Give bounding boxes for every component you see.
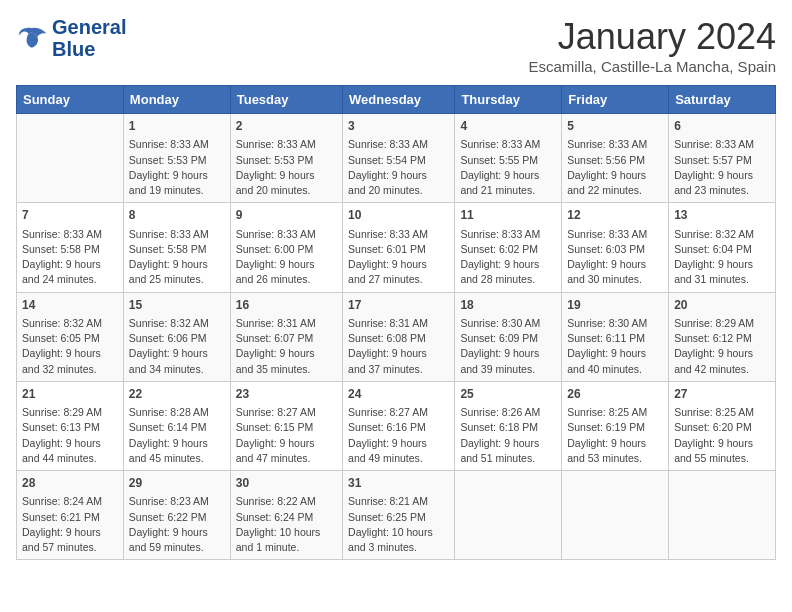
calendar-cell: 31Sunrise: 8:21 AMSunset: 6:25 PMDayligh…: [343, 471, 455, 560]
day-info: Sunrise: 8:31 AMSunset: 6:08 PMDaylight:…: [348, 316, 449, 377]
day-info: Sunrise: 8:33 AMSunset: 5:57 PMDaylight:…: [674, 137, 770, 198]
calendar-cell: 6Sunrise: 8:33 AMSunset: 5:57 PMDaylight…: [669, 114, 776, 203]
calendar-cell: 19Sunrise: 8:30 AMSunset: 6:11 PMDayligh…: [562, 292, 669, 381]
day-info: Sunrise: 8:33 AMSunset: 6:01 PMDaylight:…: [348, 227, 449, 288]
calendar-cell: 15Sunrise: 8:32 AMSunset: 6:06 PMDayligh…: [123, 292, 230, 381]
day-number: 23: [236, 386, 337, 403]
logo-icon: [16, 24, 48, 52]
calendar-row: 28Sunrise: 8:24 AMSunset: 6:21 PMDayligh…: [17, 471, 776, 560]
day-info: Sunrise: 8:33 AMSunset: 5:53 PMDaylight:…: [129, 137, 225, 198]
day-number: 21: [22, 386, 118, 403]
day-number: 10: [348, 207, 449, 224]
day-info: Sunrise: 8:30 AMSunset: 6:11 PMDaylight:…: [567, 316, 663, 377]
day-number: 6: [674, 118, 770, 135]
day-info: Sunrise: 8:32 AMSunset: 6:04 PMDaylight:…: [674, 227, 770, 288]
calendar-cell: 11Sunrise: 8:33 AMSunset: 6:02 PMDayligh…: [455, 203, 562, 292]
calendar-cell: 25Sunrise: 8:26 AMSunset: 6:18 PMDayligh…: [455, 381, 562, 470]
calendar-cell: 9Sunrise: 8:33 AMSunset: 6:00 PMDaylight…: [230, 203, 342, 292]
day-info: Sunrise: 8:33 AMSunset: 6:02 PMDaylight:…: [460, 227, 556, 288]
calendar-cell: [17, 114, 124, 203]
day-number: 11: [460, 207, 556, 224]
day-info: Sunrise: 8:33 AMSunset: 5:56 PMDaylight:…: [567, 137, 663, 198]
day-number: 20: [674, 297, 770, 314]
day-number: 3: [348, 118, 449, 135]
calendar-row: 21Sunrise: 8:29 AMSunset: 6:13 PMDayligh…: [17, 381, 776, 470]
day-info: Sunrise: 8:28 AMSunset: 6:14 PMDaylight:…: [129, 405, 225, 466]
day-info: Sunrise: 8:33 AMSunset: 6:03 PMDaylight:…: [567, 227, 663, 288]
day-number: 18: [460, 297, 556, 314]
calendar-cell: 30Sunrise: 8:22 AMSunset: 6:24 PMDayligh…: [230, 471, 342, 560]
calendar-cell: 13Sunrise: 8:32 AMSunset: 6:04 PMDayligh…: [669, 203, 776, 292]
day-info: Sunrise: 8:25 AMSunset: 6:20 PMDaylight:…: [674, 405, 770, 466]
weekday-header: Sunday: [17, 86, 124, 114]
day-number: 12: [567, 207, 663, 224]
calendar-cell: 12Sunrise: 8:33 AMSunset: 6:03 PMDayligh…: [562, 203, 669, 292]
weekday-header: Friday: [562, 86, 669, 114]
day-number: 19: [567, 297, 663, 314]
day-number: 28: [22, 475, 118, 492]
day-info: Sunrise: 8:27 AMSunset: 6:16 PMDaylight:…: [348, 405, 449, 466]
calendar-cell: 27Sunrise: 8:25 AMSunset: 6:20 PMDayligh…: [669, 381, 776, 470]
day-info: Sunrise: 8:24 AMSunset: 6:21 PMDaylight:…: [22, 494, 118, 555]
day-number: 27: [674, 386, 770, 403]
title-block: January 2024 Escamilla, Castille-La Manc…: [528, 16, 776, 75]
day-info: Sunrise: 8:33 AMSunset: 5:58 PMDaylight:…: [129, 227, 225, 288]
day-number: 14: [22, 297, 118, 314]
weekday-header: Thursday: [455, 86, 562, 114]
calendar-cell: 23Sunrise: 8:27 AMSunset: 6:15 PMDayligh…: [230, 381, 342, 470]
day-info: Sunrise: 8:33 AMSunset: 6:00 PMDaylight:…: [236, 227, 337, 288]
calendar-cell: 7Sunrise: 8:33 AMSunset: 5:58 PMDaylight…: [17, 203, 124, 292]
calendar-cell: 10Sunrise: 8:33 AMSunset: 6:01 PMDayligh…: [343, 203, 455, 292]
calendar-row: 1Sunrise: 8:33 AMSunset: 5:53 PMDaylight…: [17, 114, 776, 203]
calendar-cell: 8Sunrise: 8:33 AMSunset: 5:58 PMDaylight…: [123, 203, 230, 292]
calendar-cell: 18Sunrise: 8:30 AMSunset: 6:09 PMDayligh…: [455, 292, 562, 381]
calendar-cell: 2Sunrise: 8:33 AMSunset: 5:53 PMDaylight…: [230, 114, 342, 203]
day-number: 25: [460, 386, 556, 403]
month-title: January 2024: [528, 16, 776, 58]
day-info: Sunrise: 8:32 AMSunset: 6:06 PMDaylight:…: [129, 316, 225, 377]
calendar-cell: 5Sunrise: 8:33 AMSunset: 5:56 PMDaylight…: [562, 114, 669, 203]
day-info: Sunrise: 8:27 AMSunset: 6:15 PMDaylight:…: [236, 405, 337, 466]
day-info: Sunrise: 8:25 AMSunset: 6:19 PMDaylight:…: [567, 405, 663, 466]
logo-text: General Blue: [52, 16, 126, 60]
day-number: 30: [236, 475, 337, 492]
header-row: SundayMondayTuesdayWednesdayThursdayFrid…: [17, 86, 776, 114]
calendar-cell: 17Sunrise: 8:31 AMSunset: 6:08 PMDayligh…: [343, 292, 455, 381]
calendar-cell: 22Sunrise: 8:28 AMSunset: 6:14 PMDayligh…: [123, 381, 230, 470]
day-number: 15: [129, 297, 225, 314]
day-number: 9: [236, 207, 337, 224]
weekday-header: Tuesday: [230, 86, 342, 114]
calendar-cell: [455, 471, 562, 560]
calendar-cell: 28Sunrise: 8:24 AMSunset: 6:21 PMDayligh…: [17, 471, 124, 560]
calendar-cell: [669, 471, 776, 560]
day-info: Sunrise: 8:29 AMSunset: 6:13 PMDaylight:…: [22, 405, 118, 466]
weekday-header: Monday: [123, 86, 230, 114]
day-info: Sunrise: 8:32 AMSunset: 6:05 PMDaylight:…: [22, 316, 118, 377]
weekday-header: Saturday: [669, 86, 776, 114]
calendar-cell: 24Sunrise: 8:27 AMSunset: 6:16 PMDayligh…: [343, 381, 455, 470]
day-number: 4: [460, 118, 556, 135]
day-info: Sunrise: 8:33 AMSunset: 5:54 PMDaylight:…: [348, 137, 449, 198]
calendar-cell: 20Sunrise: 8:29 AMSunset: 6:12 PMDayligh…: [669, 292, 776, 381]
calendar-cell: 4Sunrise: 8:33 AMSunset: 5:55 PMDaylight…: [455, 114, 562, 203]
calendar-cell: 29Sunrise: 8:23 AMSunset: 6:22 PMDayligh…: [123, 471, 230, 560]
day-number: 13: [674, 207, 770, 224]
day-number: 1: [129, 118, 225, 135]
logo: General Blue: [16, 16, 126, 60]
location-subtitle: Escamilla, Castille-La Mancha, Spain: [528, 58, 776, 75]
weekday-header: Wednesday: [343, 86, 455, 114]
day-number: 16: [236, 297, 337, 314]
calendar-row: 7Sunrise: 8:33 AMSunset: 5:58 PMDaylight…: [17, 203, 776, 292]
day-info: Sunrise: 8:31 AMSunset: 6:07 PMDaylight:…: [236, 316, 337, 377]
calendar-cell: 3Sunrise: 8:33 AMSunset: 5:54 PMDaylight…: [343, 114, 455, 203]
calendar-cell: [562, 471, 669, 560]
day-info: Sunrise: 8:30 AMSunset: 6:09 PMDaylight:…: [460, 316, 556, 377]
day-info: Sunrise: 8:33 AMSunset: 5:55 PMDaylight:…: [460, 137, 556, 198]
day-info: Sunrise: 8:23 AMSunset: 6:22 PMDaylight:…: [129, 494, 225, 555]
day-number: 17: [348, 297, 449, 314]
day-number: 5: [567, 118, 663, 135]
page-header: General Blue January 2024 Escamilla, Cas…: [16, 16, 776, 75]
day-number: 7: [22, 207, 118, 224]
calendar-cell: 26Sunrise: 8:25 AMSunset: 6:19 PMDayligh…: [562, 381, 669, 470]
day-info: Sunrise: 8:26 AMSunset: 6:18 PMDaylight:…: [460, 405, 556, 466]
